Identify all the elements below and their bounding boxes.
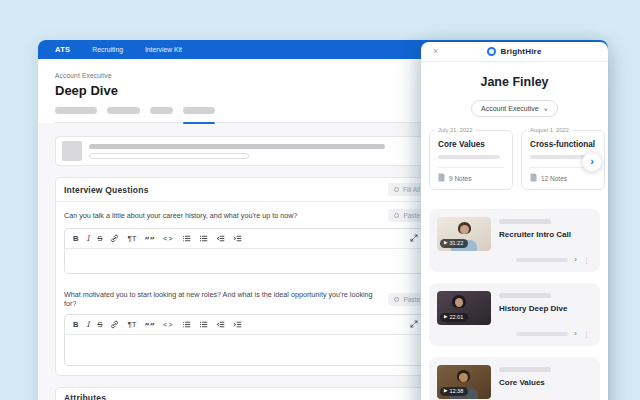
play-icon: ▶ — [444, 389, 447, 394]
candidate-name: Jane Finley — [421, 75, 608, 89]
carousel-next-button[interactable]: › — [582, 152, 602, 172]
placeholder-bar — [499, 219, 551, 224]
bullet-list-icon[interactable] — [182, 320, 191, 329]
tab-3[interactable] — [150, 107, 173, 114]
avatar — [62, 141, 82, 161]
text-style-icon[interactable]: ¶T — [127, 321, 136, 329]
outdent-icon[interactable] — [216, 320, 225, 329]
placeholder-bar — [499, 367, 551, 372]
note-date: July 21, 2022 — [435, 127, 475, 133]
strikethrough-icon[interactable]: S — [97, 235, 102, 243]
interview-questions-section: Interview Questions Fill All Can you tal… — [55, 177, 435, 376]
placeholder-bar — [516, 258, 568, 262]
video-title: Core Values — [499, 378, 551, 387]
bold-icon[interactable]: B — [73, 235, 78, 243]
placeholder-bar — [516, 332, 568, 336]
open-chevron-icon[interactable]: › — [574, 256, 577, 264]
duration-badge: ▶12:38 — [440, 387, 468, 397]
more-options-icon[interactable]: ⋮ — [583, 331, 590, 338]
bold-icon[interactable]: B — [73, 321, 78, 329]
brighthire-panel: × BrightHire Jane Finley Account Executi… — [421, 42, 608, 400]
editor-input[interactable] — [65, 249, 425, 273]
duration: 31:22 — [449, 241, 463, 247]
video-card[interactable]: ▶12:38Core Values›⋮ — [429, 357, 600, 400]
editor-input[interactable] — [65, 335, 425, 365]
placeholder-field — [89, 153, 249, 159]
rich-text-editor[interactable]: BIS¶T””<> — [64, 228, 426, 274]
code-icon[interactable]: <> — [163, 321, 174, 329]
play-icon: ▶ — [444, 241, 447, 246]
video-thumbnail[interactable]: ▶31:22 — [437, 217, 491, 251]
video-card[interactable]: ▶22:01History Deep Dive›⋮ — [429, 283, 600, 346]
play-icon: ▶ — [444, 315, 447, 320]
attributes-section: Attributes Does the candidate show clear… — [55, 387, 435, 400]
tab-1[interactable] — [55, 107, 97, 114]
open-chevron-icon[interactable]: › — [574, 330, 577, 338]
link-icon[interactable] — [110, 234, 119, 243]
link-icon[interactable] — [110, 320, 119, 329]
placeholder-bar — [89, 144, 385, 149]
ordered-list-icon[interactable] — [199, 320, 208, 329]
nav-item-interview-kit[interactable]: Interview Kit — [145, 46, 182, 53]
rich-text-editor[interactable]: BIS¶T””<> — [64, 314, 426, 366]
video-thumbnail[interactable]: ▶22:01 — [437, 291, 491, 325]
note-date: August 1, 2022 — [527, 127, 572, 133]
expand-icon[interactable] — [410, 234, 418, 242]
italic-icon[interactable]: I — [86, 321, 89, 329]
note-title: Cross-functional — [530, 140, 596, 149]
ats-brand: ATS — [55, 45, 70, 54]
editor-toolbar: BIS¶T””<> — [65, 315, 425, 335]
duration: 12:38 — [449, 389, 463, 395]
video-title: History Deep Dive — [499, 304, 567, 313]
outdent-icon[interactable] — [216, 234, 225, 243]
video-title: Recruiter Intro Call — [499, 230, 571, 239]
notes-carousel: July 21, 2022Core Values9 NotesAugust 1,… — [429, 130, 600, 190]
bullet-list-icon[interactable] — [182, 234, 191, 243]
role-dropdown[interactable]: Account Executive ∨ — [471, 100, 558, 117]
video-list: ▶31:22Recruiter Intro Call›⋮▶22:01Histor… — [429, 209, 600, 400]
quote-icon[interactable]: ”” — [145, 235, 155, 243]
question-text: What motivated you to start looking at n… — [64, 290, 388, 308]
duration-badge: ▶22:01 — [440, 313, 468, 323]
document-icon — [530, 173, 537, 183]
duration: 22:01 — [449, 315, 463, 321]
section-title: Interview Questions — [64, 185, 149, 195]
duration-badge: ▶31:22 — [440, 239, 468, 249]
question-text: Can you talk a little about your career … — [64, 211, 303, 220]
brighthire-ring-icon — [394, 213, 399, 218]
brighthire-logo: BrightHire — [487, 47, 541, 56]
more-options-icon[interactable]: ⋮ — [583, 257, 590, 264]
strikethrough-icon[interactable]: S — [97, 321, 102, 329]
notes-count: 9 Notes — [449, 175, 471, 182]
brighthire-ring-icon — [394, 297, 399, 302]
ordered-list-icon[interactable] — [199, 234, 208, 243]
code-icon[interactable]: <> — [163, 235, 174, 243]
editor-toolbar: BIS¶T””<> — [65, 229, 425, 249]
placeholder-bar — [499, 293, 551, 298]
candidate-summary-card — [55, 136, 435, 166]
section-title: Attributes — [64, 393, 106, 400]
indent-icon[interactable] — [233, 234, 242, 243]
brighthire-ring-icon — [487, 47, 496, 56]
document-icon — [438, 173, 445, 183]
video-card[interactable]: ▶31:22Recruiter Intro Call›⋮ — [429, 209, 600, 272]
brand-name: BrightHire — [500, 47, 541, 56]
placeholder-bar — [438, 155, 500, 159]
question-block: Can you talk a little about your career … — [56, 202, 434, 283]
tab-2[interactable] — [107, 107, 140, 114]
note-title: Core Values — [438, 140, 504, 149]
video-thumbnail[interactable]: ▶12:38 — [437, 365, 491, 399]
tab-4[interactable] — [183, 107, 215, 114]
indent-icon[interactable] — [233, 320, 242, 329]
panel-header: × BrightHire — [421, 42, 608, 62]
close-icon[interactable]: × — [433, 47, 438, 56]
note-card[interactable]: July 21, 2022Core Values9 Notes — [429, 130, 513, 190]
quote-icon[interactable]: ”” — [145, 321, 155, 329]
text-style-icon[interactable]: ¶T — [127, 235, 136, 243]
nav-item-recruiting[interactable]: Recruiting — [92, 46, 123, 53]
italic-icon[interactable]: I — [86, 235, 89, 243]
expand-icon[interactable] — [410, 320, 418, 328]
notes-count: 12 Notes — [541, 175, 567, 182]
brighthire-ring-icon — [394, 187, 399, 192]
question-block: What motivated you to start looking at n… — [56, 283, 434, 375]
